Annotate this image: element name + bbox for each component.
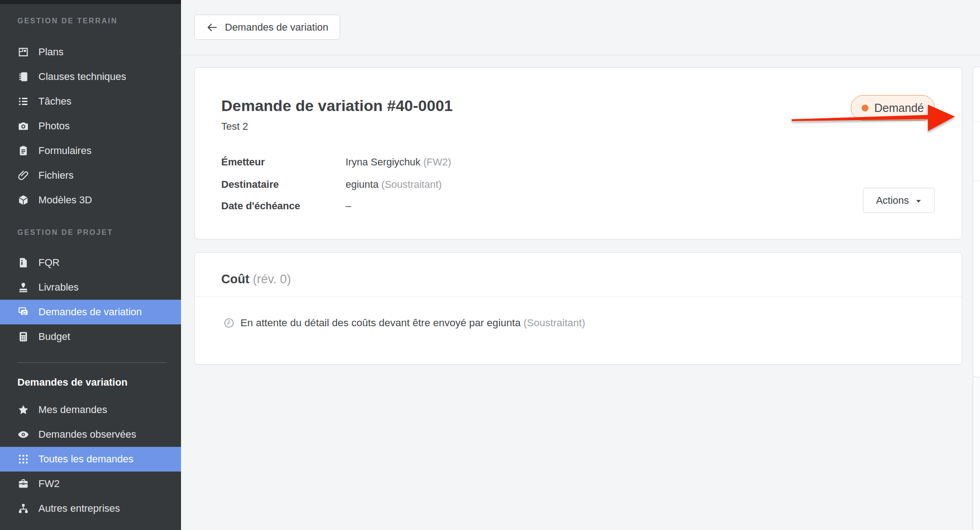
status-badge[interactable]: Demandé — [851, 95, 935, 121]
sidebar-item-forms[interactable]: Formulaires — [0, 138, 181, 163]
paperclip-icon — [17, 170, 29, 181]
back-button-label: Demandes de variation — [225, 21, 328, 33]
field-label: Émetteur — [221, 156, 346, 169]
sidebar-item-label: Budget — [38, 331, 70, 343]
sidebar-item-budget[interactable]: Budget — [0, 324, 181, 349]
actions-button-label: Actions — [876, 195, 909, 207]
clipped-card-divider — [973, 122, 980, 122]
chevron-down-icon — [915, 198, 922, 205]
plans-icon — [17, 46, 29, 58]
cost-card-title: Coût — [221, 272, 249, 286]
sidebar-item-label: Demandes observées — [38, 429, 136, 440]
tasks-icon — [17, 95, 29, 107]
cost-status-secondary: (Soustraitant) — [523, 317, 585, 329]
eye-icon — [17, 429, 29, 440]
forms-icon — [17, 145, 29, 157]
header-divider — [181, 55, 980, 55]
sidebar-item-label: Plans — [38, 46, 64, 58]
sidebar: GESTION DE TERRAIN Plans Clauses techniq… — [0, 0, 181, 530]
calculator-icon — [17, 331, 29, 343]
star-icon — [17, 404, 29, 416]
sidebar-item-other-companies[interactable]: Autres entreprises — [0, 496, 181, 521]
field-row-recipient: Destinataireegiunta (Soustraitant) — [221, 178, 442, 191]
sidebar-item-variation-requests[interactable]: Demandes de variation — [0, 300, 181, 324]
sidebar-item-label: Tâches — [38, 95, 71, 107]
sidebar-item-technical-specs[interactable]: Clauses techniques — [0, 64, 181, 89]
sidebar-item-label: Modèles 3D — [38, 194, 92, 206]
field-label: Destinataire — [221, 178, 346, 191]
status-dot-icon — [862, 105, 868, 111]
field-value: Iryna Sergiychuk — [346, 156, 421, 168]
clipped-right-card — [973, 67, 980, 377]
field-value: egiunta — [346, 179, 378, 190]
field-value-secondary: (FW2) — [423, 156, 451, 168]
sidebar-item-3d-models[interactable]: Modèles 3D — [0, 188, 181, 212]
document-info-icon — [17, 257, 29, 269]
cost-card-header: Coût (rév. 0) — [221, 272, 291, 286]
main-content: Demandes de variation Demande de variati… — [181, 0, 980, 530]
status-badge-label: Demandé — [874, 101, 924, 115]
page-title: Demande de variation #40-0001 — [221, 96, 453, 115]
clipped-right-edge — [973, 377, 980, 530]
clipped-card-divider — [973, 180, 980, 181]
back-arrow-icon — [206, 21, 218, 33]
technical-specs-icon — [17, 71, 29, 83]
clock-icon — [223, 317, 235, 329]
field-value-secondary: (Soustraitant) — [381, 179, 442, 190]
sidebar-item-files[interactable]: Fichiers — [0, 163, 181, 188]
sidebar-item-deliverables[interactable]: Livrables — [0, 275, 181, 300]
sidebar-divider — [17, 362, 167, 363]
cost-card-revision: (rév. 0) — [253, 272, 291, 286]
sidebar-item-photos[interactable]: Photos — [0, 114, 181, 138]
sidebar-item-label: Livrables — [38, 281, 79, 293]
back-button[interactable]: Demandes de variation — [194, 15, 340, 40]
sidebar-item-all-requests[interactable]: Toutes les demandes — [0, 447, 181, 472]
cost-status-message: En attente du détail des coûts devant êt… — [240, 317, 521, 329]
sidebar-item-label: Toutes les demandes — [38, 453, 133, 465]
sidebar-item-fw2[interactable]: FW2 — [0, 472, 181, 496]
sidebar-item-label: Fichiers — [38, 170, 74, 181]
photos-icon — [17, 120, 29, 132]
stamp-icon — [17, 281, 29, 293]
sidebar-item-label: FW2 — [38, 478, 59, 490]
field-value: – — [346, 200, 351, 212]
field-row-sender: ÉmetteurIryna Sergiychuk (FW2) — [221, 156, 451, 169]
subnav-heading: Demandes de variation — [17, 376, 128, 388]
sidebar-item-my-requests[interactable]: Mes demandes — [0, 398, 181, 422]
sidebar-item-label: Formulaires — [38, 145, 91, 157]
sidebar-item-plans[interactable]: Plans — [0, 40, 181, 64]
actions-button[interactable]: Actions — [863, 188, 935, 213]
sidebar-item-label: FQR — [38, 257, 59, 269]
cost-status-text: En attente du détail des coûts devant êt… — [240, 317, 585, 329]
section-label-project-management: GESTION DE PROJET — [17, 228, 113, 237]
sidebar-item-label: Photos — [38, 120, 70, 132]
sidebar-item-fqr[interactable]: FQR — [0, 250, 181, 275]
sidebar-item-label: Autres entreprises — [38, 503, 120, 514]
sidebar-top-strip — [0, 0, 181, 4]
sidebar-item-tasks[interactable]: Tâches — [0, 89, 181, 114]
briefcase-icon — [17, 478, 29, 490]
cost-status-row: En attente du détail des coûts devant êt… — [223, 317, 585, 329]
sidebar-item-label: Clauses techniques — [38, 71, 126, 83]
field-row-due-date: Date d'échéance– — [221, 200, 351, 212]
field-label: Date d'échéance — [221, 200, 346, 212]
variation-request-card: Demande de variation #40-0001 Test 2 Éme… — [194, 67, 962, 239]
variation-requests-icon — [17, 306, 29, 318]
grid-dots-icon — [17, 453, 29, 465]
request-subtitle: Test 2 — [221, 120, 248, 133]
sidebar-item-watched-requests[interactable]: Demandes observées — [0, 422, 181, 447]
cube-icon — [17, 194, 29, 206]
org-chart-icon — [17, 503, 29, 514]
section-label-field-management: GESTION DE TERRAIN — [17, 17, 117, 25]
sidebar-item-label: Mes demandes — [38, 404, 107, 416]
cost-card: Coût (rév. 0) En attente du détail des c… — [194, 252, 962, 365]
sidebar-item-label: Demandes de variation — [38, 306, 142, 318]
cost-card-divider — [195, 297, 962, 297]
